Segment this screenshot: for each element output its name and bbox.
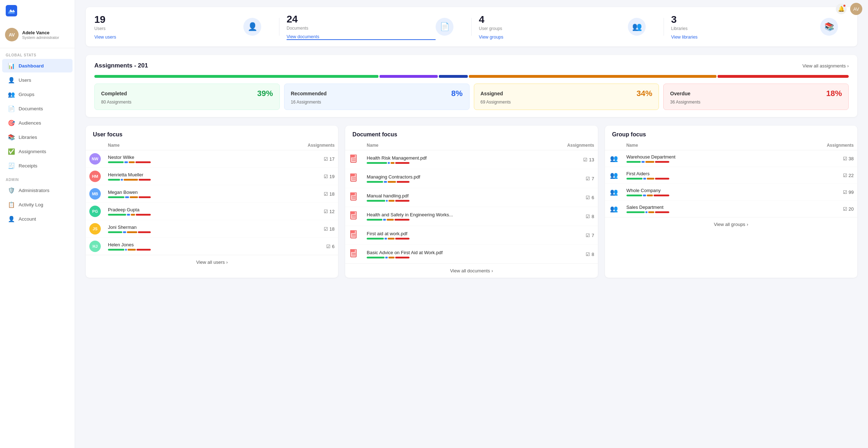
sidebar-item-assignments[interactable]: ✅ Assignments	[2, 145, 73, 158]
assignments-section: Assignments - 201 View all assignments ›…	[86, 55, 857, 117]
table-row: NW Nestor Wilke ☑ 17	[86, 150, 338, 168]
assignment-count: ☑ 7	[539, 176, 594, 181]
view-groups-link[interactable]: View groups	[479, 35, 628, 40]
view-documents-link[interactable]: View documents	[287, 34, 436, 40]
sidebar-section-global-stats: Global Stats	[0, 48, 75, 59]
bar-segment	[643, 178, 646, 180]
sidebar-item-users[interactable]: 👤 Users	[2, 73, 73, 87]
col-user-name-header: Name	[104, 141, 243, 150]
view-all-users-link[interactable]: View all users ›	[93, 260, 331, 265]
bar-segment	[108, 214, 126, 216]
avatar: JS	[89, 223, 101, 235]
sidebar-item-audiences[interactable]: 🎯 Audiences	[2, 116, 73, 130]
group-icon: 👥	[609, 203, 619, 214]
user-progress-bar	[108, 214, 151, 216]
view-libraries-link[interactable]: View libraries	[671, 35, 820, 40]
user-progress-bar	[108, 179, 151, 181]
bar-segment	[108, 196, 124, 198]
documents-label: Documents	[287, 26, 436, 31]
group-progress-bar	[626, 178, 669, 180]
account-icon: 👤	[8, 215, 15, 222]
checkbox-icon: ☑	[324, 191, 328, 197]
assignment-count: ☑ 38	[772, 156, 854, 161]
assigned-sub: 69 Assignments	[481, 100, 653, 105]
documents-stat-icon: 📄	[436, 18, 453, 36]
groups-icon: 👥	[8, 91, 15, 98]
topbar-avatar[interactable]: AV	[850, 3, 862, 15]
view-all-documents-link[interactable]: View all documents ›	[352, 268, 590, 273]
sidebar-item-libraries[interactable]: 📚 Libraries	[2, 130, 73, 144]
avatar: HJ	[89, 241, 101, 252]
recommended-label: Recommended	[291, 91, 327, 96]
sidebar-item-receipts[interactable]: 🧾 Receipts	[2, 159, 73, 172]
user-groups-count: 4	[479, 14, 628, 25]
sidebar-logo	[0, 0, 75, 21]
view-users-link[interactable]: View users	[94, 35, 243, 40]
checkbox-icon: ☑	[586, 195, 590, 200]
assignment-count: ☑ 22	[772, 173, 854, 178]
sidebar-item-label: Documents	[19, 106, 43, 111]
document-icon	[349, 153, 359, 166]
bar-segment	[626, 178, 643, 180]
assignment-count: ☑ 99	[772, 190, 854, 195]
checkbox-icon: ☑	[324, 156, 328, 162]
sidebar-item-activity-log[interactable]: 📋 Activity Log	[2, 198, 73, 211]
sidebar-item-label: Account	[19, 216, 36, 222]
notification-badge	[843, 4, 846, 7]
table-row: Manual handling.pdf ☑ 6	[345, 188, 597, 207]
assignment-count: ☑ 19	[247, 174, 334, 179]
app-logo-icon	[6, 5, 17, 16]
document-icon	[349, 248, 359, 261]
bar-segment	[367, 200, 385, 202]
user-focus-footer: View all users ›	[86, 255, 338, 269]
document-focus-block: Document focus Name Assignments	[345, 126, 597, 278]
bar-segment	[136, 214, 151, 216]
bar-segment	[139, 179, 151, 181]
assignments-icon: ✅	[8, 148, 15, 155]
document-focus-title: Document focus	[345, 126, 597, 141]
table-row: 👥 First Aiders ☑ 22	[605, 167, 857, 184]
sidebar-item-label: Audiences	[19, 120, 41, 126]
sidebar-item-label: Dashboard	[19, 63, 44, 69]
checkbox-icon: ☑	[324, 209, 328, 214]
checkbox-icon: ☑	[586, 214, 590, 219]
sidebar-item-documents[interactable]: 📄 Documents	[2, 102, 73, 115]
doc-progress-bar	[367, 238, 410, 240]
notifications-button[interactable]: 🔔	[836, 4, 847, 14]
col-group-name-header: Name	[623, 141, 769, 150]
group-icon: 👥	[609, 187, 619, 197]
assigned-pct: 34%	[636, 89, 652, 98]
user-name: Henrietta Mueller	[108, 172, 240, 177]
checkbox-icon: ☑	[583, 157, 587, 162]
view-all-assignments-link[interactable]: View all assignments ›	[803, 63, 849, 69]
recommended-sub: 16 Assignments	[291, 100, 463, 105]
recommended-segment	[380, 75, 438, 78]
view-all-groups-link[interactable]: View all groups ›	[612, 222, 850, 227]
bar-segment	[386, 200, 388, 202]
sidebar-user-profile[interactable]: AV Adele Vance System administrator	[0, 21, 75, 48]
documents-icon: 📄	[8, 105, 15, 112]
sidebar-item-label: Groups	[19, 92, 34, 97]
col-group-assignments-header: Assignments	[769, 141, 857, 150]
sidebar-item-groups[interactable]: 👥 Groups	[2, 87, 73, 101]
sidebar-item-account[interactable]: 👤 Account	[2, 212, 73, 226]
sidebar-item-dashboard[interactable]: 📊 Dashboard	[2, 59, 73, 72]
assignment-count: ☑ 18	[247, 191, 334, 197]
overdue-label: Overdue	[670, 91, 690, 96]
bar-segment	[124, 161, 128, 163]
bar-segment	[397, 181, 410, 183]
recommended-pct: 8%	[451, 89, 463, 98]
document-name: Health and Safety in Engineering Works..…	[367, 212, 531, 217]
documents-count: 24	[287, 14, 436, 25]
assignment-count: ☑ 20	[772, 206, 854, 212]
bar-segment	[130, 196, 138, 198]
user-name: Nestor Wilke	[108, 155, 240, 160]
group-name: Sales Department	[626, 205, 765, 210]
sidebar-item-administrators[interactable]: 🛡️ Administrators	[2, 183, 73, 197]
stats-row: 19 Users View users 👤 24 Documents View …	[86, 7, 857, 46]
assigned-segment	[469, 75, 716, 78]
bar-segment	[127, 214, 130, 216]
user-avatar-cell: NW	[86, 150, 104, 168]
table-row: First aid at work.pdf ☑ 7	[345, 226, 597, 245]
completed-sub: 80 Assignments	[101, 100, 273, 105]
